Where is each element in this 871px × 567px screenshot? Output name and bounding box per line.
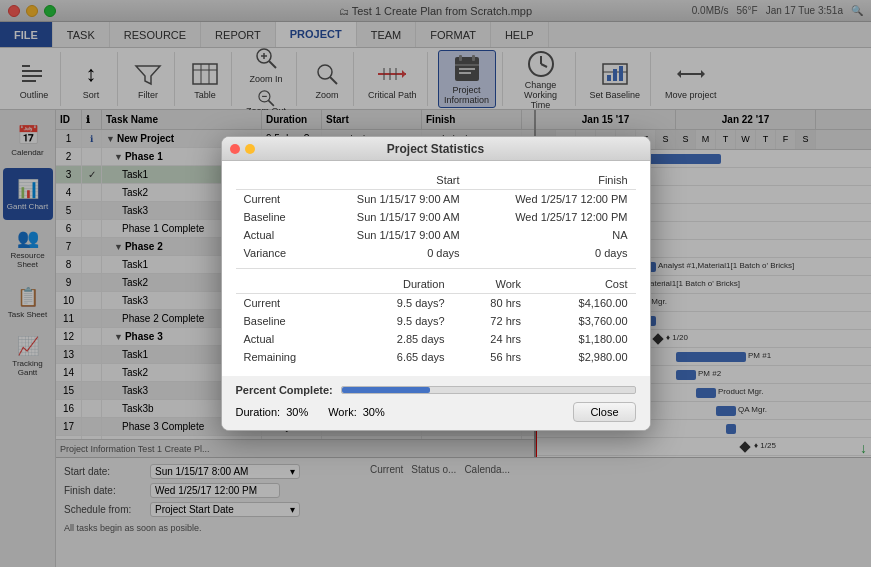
percent-complete-label: Percent Complete: xyxy=(236,384,333,396)
modal-minimize-button[interactable] xyxy=(245,144,255,154)
baseline-start: Sun 1/15/17 9:00 AM xyxy=(312,208,467,226)
work-stat: Work: 30% xyxy=(328,406,385,418)
col-cost: Cost xyxy=(529,275,636,294)
col-finish: Finish xyxy=(468,171,636,190)
variance-start: 0 days xyxy=(312,244,467,262)
actual-cost: $1,180.00 xyxy=(529,330,636,348)
modal-overlay: Project Statistics Start Finish Current … xyxy=(0,0,871,567)
work-value: 30% xyxy=(363,406,385,418)
current-work: 80 hrs xyxy=(453,294,529,313)
remaining-duration: 6.65 days xyxy=(348,348,453,366)
close-button[interactable]: Close xyxy=(573,402,635,422)
actual-work: 24 hrs xyxy=(453,330,529,348)
baseline-duration: 9.5 days? xyxy=(348,312,453,330)
progress-bar-container xyxy=(341,386,636,394)
remaining-cost: $2,980.00 xyxy=(529,348,636,366)
progress-bar-fill xyxy=(342,387,430,393)
modal-close-button[interactable] xyxy=(230,144,240,154)
actual-duration: 2.85 days xyxy=(348,330,453,348)
modal-traffic-lights[interactable] xyxy=(230,144,255,154)
stats-row-variance: Variance 0 days 0 days xyxy=(236,244,636,262)
stats-table-2: Duration Work Cost Current 9.5 days? 80 … xyxy=(236,275,636,366)
stats-row-current: Current Sun 1/15/17 9:00 AM Wed 1/25/17 … xyxy=(236,190,636,209)
duration-stat: Duration: 30% xyxy=(236,406,309,418)
metrics-row-baseline: Baseline 9.5 days? 72 hrs $3,760.00 xyxy=(236,312,636,330)
label-remaining: Remaining xyxy=(236,348,349,366)
stats-row-actual: Actual Sun 1/15/17 9:00 AM NA xyxy=(236,226,636,244)
col-empty-2 xyxy=(236,275,349,294)
col-empty xyxy=(236,171,313,190)
baseline-cost: $3,760.00 xyxy=(529,312,636,330)
label-variance: Variance xyxy=(236,244,313,262)
remaining-work: 56 hrs xyxy=(453,348,529,366)
actual-start: Sun 1/15/17 9:00 AM xyxy=(312,226,467,244)
current-start: Sun 1/15/17 9:00 AM xyxy=(312,190,467,209)
duration-value: 30% xyxy=(286,406,308,418)
metrics-row-remaining: Remaining 6.65 days 56 hrs $2,980.00 xyxy=(236,348,636,366)
stats-table-1: Start Finish Current Sun 1/15/17 9:00 AM… xyxy=(236,171,636,262)
label-baseline: Baseline xyxy=(236,208,313,226)
modal-footer: Percent Complete: Duration: 30% Work: 30… xyxy=(222,376,650,430)
metrics-row-current: Current 9.5 days? 80 hrs $4,160.00 xyxy=(236,294,636,313)
baseline-work: 72 hrs xyxy=(453,312,529,330)
col-start: Start xyxy=(312,171,467,190)
stats-row-baseline: Baseline Sun 1/15/17 9:00 AM Wed 1/25/17… xyxy=(236,208,636,226)
modal-divider-1 xyxy=(236,268,636,269)
label-actual: Actual xyxy=(236,226,313,244)
duration-label: Duration: xyxy=(236,406,281,418)
variance-finish: 0 days xyxy=(468,244,636,262)
project-statistics-modal: Project Statistics Start Finish Current … xyxy=(221,136,651,431)
modal-stats-row: Duration: 30% Work: 30% xyxy=(236,406,385,418)
metrics-row-actual: Actual 2.85 days 24 hrs $1,180.00 xyxy=(236,330,636,348)
label-baseline-2: Baseline xyxy=(236,312,349,330)
modal-title: Project Statistics xyxy=(387,142,484,156)
work-label: Work: xyxy=(328,406,357,418)
actual-finish: NA xyxy=(468,226,636,244)
progress-section: Percent Complete: xyxy=(236,384,636,396)
current-cost: $4,160.00 xyxy=(529,294,636,313)
col-work: Work xyxy=(453,275,529,294)
label-current-2: Current xyxy=(236,294,349,313)
baseline-finish: Wed 1/25/17 12:00 PM xyxy=(468,208,636,226)
footer-bottom-row: Duration: 30% Work: 30% Close xyxy=(236,402,636,422)
modal-body: Start Finish Current Sun 1/15/17 9:00 AM… xyxy=(222,161,650,376)
col-duration: Duration xyxy=(348,275,453,294)
current-finish: Wed 1/25/17 12:00 PM xyxy=(468,190,636,209)
label-current: Current xyxy=(236,190,313,209)
modal-titlebar: Project Statistics xyxy=(222,137,650,161)
current-duration: 9.5 days? xyxy=(348,294,453,313)
label-actual-2: Actual xyxy=(236,330,349,348)
